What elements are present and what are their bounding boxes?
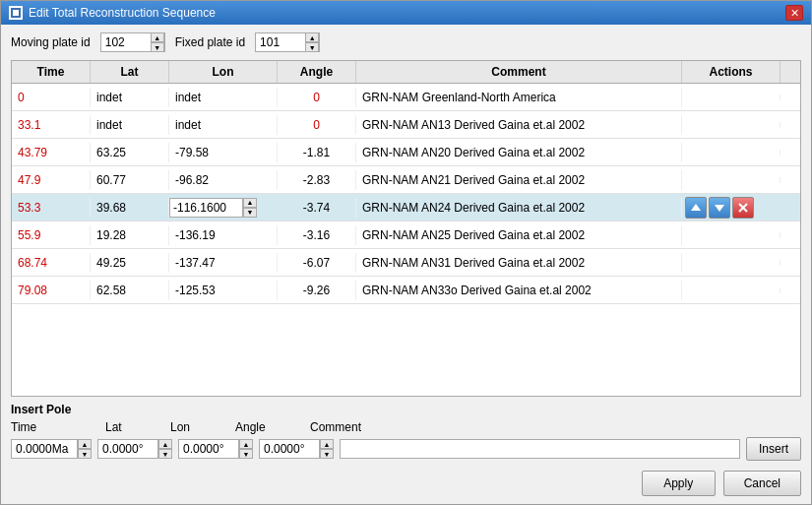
delete-button[interactable] (732, 197, 754, 219)
cell-lon: -79.58 (169, 143, 278, 162)
col-comment: Comment (356, 61, 682, 83)
cell-actions-empty (682, 177, 781, 183)
insert-lon-field[interactable]: ▲ ▼ (178, 439, 253, 459)
insert-lon-down[interactable]: ▼ (239, 449, 253, 459)
cell-actions-empty (682, 150, 781, 156)
close-button[interactable]: ✕ (785, 5, 803, 21)
fixed-plate-down[interactable]: ▼ (305, 42, 319, 52)
window-content: Moving plate id ▲ ▼ Fixed plate id ▲ ▼ T… (1, 25, 811, 504)
cell-angle: 0 (278, 88, 356, 107)
table-row[interactable]: 47.9 60.77 -96.82 -2.83 GRN-NAM AN21 Der… (12, 166, 800, 194)
fixed-plate-input[interactable] (256, 33, 305, 51)
window-title: Edit Total Reconstruction Sequence (29, 6, 216, 20)
insert-lat-field[interactable]: ▲ ▼ (97, 439, 172, 459)
insert-inputs-row: ▲ ▼ ▲ ▼ ▲ ▼ (11, 437, 801, 461)
svg-rect-0 (12, 9, 20, 17)
fixed-plate-label: Fixed plate id (175, 35, 245, 49)
moving-plate-up[interactable]: ▲ (151, 32, 164, 42)
cell-time: 0 (12, 88, 91, 107)
cell-time: 53.3 (12, 198, 91, 218)
insert-angle-input[interactable] (259, 439, 320, 459)
cell-time: 43.79 (12, 143, 91, 162)
table-body[interactable]: 0 indet indet 0 GRN-NAM Greenland-North … (12, 84, 800, 396)
insert-time-spin: ▲ ▼ (78, 439, 92, 459)
cell-actions-empty (682, 122, 781, 128)
cell-lat: 62.58 (91, 281, 169, 300)
insert-time-up[interactable]: ▲ (78, 439, 92, 449)
moving-plate-spin-buttons: ▲ ▼ (151, 32, 164, 52)
fixed-plate-spin-buttons: ▲ ▼ (305, 32, 319, 52)
main-window: Edit Total Reconstruction Sequence ✕ Mov… (0, 0, 812, 505)
cancel-button[interactable]: Cancel (723, 471, 801, 496)
window-icon (9, 6, 23, 20)
cell-lon: -96.82 (169, 170, 278, 190)
cell-comment: GRN-NAM AN21 Derived Gaina et.al 2002 (356, 170, 682, 190)
cell-actions (682, 195, 781, 221)
cell-angle: -2.83 (278, 170, 356, 190)
cell-lon: indet (169, 88, 278, 107)
plate-ids-row: Moving plate id ▲ ▼ Fixed plate id ▲ ▼ (11, 32, 801, 52)
table-header: Time Lat Lon Angle Comment Actions (12, 61, 800, 84)
cell-lon: -136.19 (169, 225, 278, 245)
cell-angle: 0 (278, 115, 356, 135)
cell-comment: GRN-NAM AN31 Derived Gaina et.al 2002 (356, 253, 682, 273)
insert-lon-up[interactable]: ▲ (239, 439, 253, 449)
table-row[interactable]: 0 indet indet 0 GRN-NAM Greenland-North … (12, 84, 800, 111)
cell-comment: GRN-NAM AN20 Derived Gaina et.al 2002 (356, 143, 682, 162)
cell-angle: -3.74 (278, 198, 356, 218)
moving-plate-label: Moving plate id (11, 35, 91, 49)
cell-angle: -9.26 (278, 281, 356, 300)
insert-lon-input[interactable] (178, 439, 239, 459)
insert-comment-input[interactable] (340, 439, 740, 459)
insert-angle-down[interactable]: ▼ (320, 449, 334, 459)
move-down-button[interactable] (709, 197, 730, 219)
col-actions: Actions (682, 61, 781, 83)
cell-actions-empty (682, 287, 781, 293)
cell-angle: -6.07 (278, 253, 356, 273)
insert-time-down[interactable]: ▼ (78, 449, 92, 459)
insert-lat-down[interactable]: ▼ (158, 449, 172, 459)
moving-plate-down[interactable]: ▼ (151, 42, 164, 52)
insert-time-input[interactable] (11, 439, 78, 459)
table-row[interactable]: 79.08 62.58 -125.53 -9.26 GRN-NAM AN33o … (12, 277, 800, 304)
cell-lat: 19.28 (91, 225, 169, 245)
cell-lat: indet (91, 88, 169, 107)
moving-plate-input[interactable] (101, 33, 151, 51)
lon-down[interactable]: ▼ (243, 208, 257, 218)
title-bar: Edit Total Reconstruction Sequence ✕ (1, 1, 811, 25)
lon-edit-input[interactable] (169, 198, 243, 218)
move-up-button[interactable] (685, 197, 707, 219)
table-row[interactable]: 53.3 39.68 ▲ ▼ -3.74 GRN-NAM AN24 Derive… (12, 194, 800, 221)
table-row[interactable]: 33.1 indet indet 0 GRN-NAM AN13 Derived … (12, 111, 800, 139)
fixed-plate-up[interactable]: ▲ (305, 32, 319, 42)
cell-time: 33.1 (12, 115, 91, 135)
cell-lat: 60.77 (91, 170, 169, 190)
title-bar-left: Edit Total Reconstruction Sequence (9, 6, 216, 20)
fixed-plate-spinner[interactable]: ▲ ▼ (255, 32, 320, 52)
table-row[interactable]: 43.79 63.25 -79.58 -1.81 GRN-NAM AN20 De… (12, 139, 800, 166)
insert-lat-input[interactable] (97, 439, 158, 459)
insert-lon-spin: ▲ ▼ (239, 439, 253, 459)
lon-up[interactable]: ▲ (243, 198, 257, 208)
insert-pole-title: Insert Pole (11, 403, 801, 416)
insert-angle-field[interactable]: ▲ ▼ (259, 439, 334, 459)
insert-pole-section: Insert Pole Time Lat Lon Angle Comment ▲… (11, 403, 801, 461)
table-row[interactable]: 68.74 49.25 -137.47 -6.07 GRN-NAM AN31 D… (12, 249, 800, 277)
svg-marker-1 (691, 204, 701, 211)
insert-time-field[interactable]: ▲ ▼ (11, 439, 92, 459)
moving-plate-spinner[interactable]: ▲ ▼ (100, 32, 165, 52)
cell-lon[interactable]: ▲ ▼ (169, 198, 278, 218)
insert-lon-label: Lon (170, 420, 229, 434)
cell-lat: 49.25 (91, 253, 169, 273)
insert-angle-label: Angle (235, 420, 304, 434)
cell-comment: GRN-NAM AN25 Derived Gaina et.al 2002 (356, 225, 682, 245)
insert-button[interactable]: Insert (746, 437, 801, 461)
insert-lat-up[interactable]: ▲ (158, 439, 172, 449)
insert-angle-up[interactable]: ▲ (320, 439, 334, 449)
bottom-buttons: Apply Cancel (11, 471, 801, 496)
insert-angle-spin: ▲ ▼ (320, 439, 334, 459)
lon-spin: ▲ ▼ (243, 198, 257, 218)
table-row[interactable]: 55.9 19.28 -136.19 -3.16 GRN-NAM AN25 De… (12, 221, 800, 249)
apply-button[interactable]: Apply (642, 471, 716, 496)
cell-actions-empty (682, 232, 781, 238)
